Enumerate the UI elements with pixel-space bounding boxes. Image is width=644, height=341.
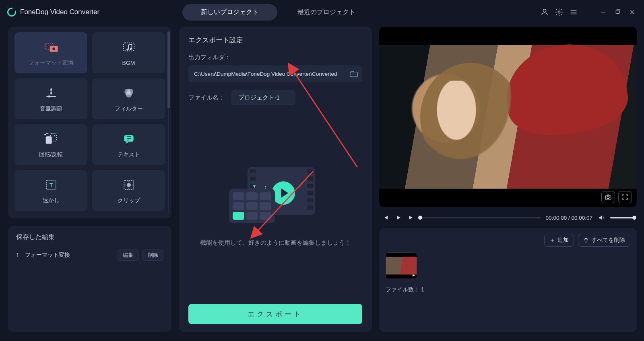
- export-panel: エクスポート設定 出力フォルダ： C:\Users\DumpMedia\Fone…: [179, 27, 372, 332]
- tool-filter[interactable]: フィルター: [92, 78, 165, 119]
- filter-icon: [121, 85, 137, 101]
- svg-point-5: [52, 48, 55, 50]
- svg-text:T: T: [49, 181, 53, 188]
- export-button[interactable]: エクスポート: [188, 304, 362, 324]
- tools-panel: フォーマット変換 BGM 音量調節 フィルター: [8, 27, 171, 218]
- playlist-item[interactable]: [386, 252, 417, 279]
- tab-new-project[interactable]: 新しいプロジェクト: [182, 4, 277, 21]
- settings-icon[interactable]: [555, 8, 564, 17]
- saved-edit-delete-button[interactable]: 削除: [142, 250, 163, 261]
- snapshot-button[interactable]: [601, 191, 615, 203]
- browse-folder-icon[interactable]: [349, 70, 358, 77]
- tool-label: 透かし: [43, 197, 60, 204]
- tools-scrollbar[interactable]: [167, 31, 170, 214]
- tool-clip[interactable]: クリップ: [92, 170, 165, 211]
- volume-icon: [43, 85, 59, 101]
- player-controls: 00:00:00 / 00:00:07: [379, 214, 637, 222]
- export-hint-text: 機能を使用して、好きのように動画を編集しましょう！: [200, 238, 351, 248]
- output-folder-label: 出力フォルダ：: [188, 54, 362, 61]
- saved-edit-row: 1. フォーマット変換 編集 削除: [16, 250, 163, 261]
- tool-label: フィルター: [115, 105, 143, 112]
- bgm-icon: [121, 40, 137, 56]
- menu-icon[interactable]: [569, 8, 578, 17]
- saved-edit-edit-button[interactable]: 編集: [118, 250, 138, 261]
- text-icon: [121, 131, 137, 147]
- playlist-panel: 追加 すべてを削除 ファイル数： 1: [379, 228, 637, 332]
- volume-slider[interactable]: [610, 217, 634, 218]
- tool-label: 音量調節: [40, 105, 62, 112]
- account-icon[interactable]: [540, 8, 549, 17]
- fullscreen-button[interactable]: [618, 191, 632, 203]
- tool-rotate-flip[interactable]: 回転/反転: [14, 124, 87, 165]
- seek-bar[interactable]: [420, 217, 541, 218]
- export-heading: エクスポート設定: [188, 35, 362, 45]
- clear-all-button[interactable]: すべてを削除: [578, 234, 630, 247]
- tool-volume[interactable]: 音量調節: [14, 78, 87, 119]
- play-button[interactable]: [394, 214, 402, 222]
- titlebar: FoneDog Video Converter 新しいプロジェクト 最近のプロジ…: [0, 0, 644, 24]
- rotate-icon: [43, 131, 59, 147]
- video-preview: [379, 27, 637, 207]
- svg-rect-9: [50, 92, 52, 95]
- svg-line-23: [293, 71, 357, 167]
- file-count: ファイル数： 1: [386, 286, 630, 293]
- tool-label: テキスト: [118, 151, 140, 158]
- app-title: FoneDog Video Converter: [20, 8, 99, 16]
- prev-button[interactable]: [382, 214, 390, 222]
- next-button[interactable]: [407, 214, 415, 222]
- saved-edit-index: 1.: [16, 252, 21, 258]
- filename-input[interactable]: プロジェクト-1: [231, 90, 295, 105]
- saved-edits-panel: 保存した編集 1. フォーマット変換 編集 削除: [8, 226, 171, 332]
- svg-point-13: [126, 91, 132, 98]
- tool-text[interactable]: テキスト: [92, 124, 165, 165]
- svg-point-0: [543, 9, 546, 12]
- tool-label: BGM: [122, 60, 135, 66]
- tab-recent-projects[interactable]: 最近のプロジェクト: [279, 4, 374, 21]
- window-maximize-button[interactable]: [613, 8, 622, 17]
- svg-point-21: [127, 183, 131, 187]
- svg-rect-22: [350, 72, 357, 77]
- output-folder-path: C:\Users\DumpMedia\FoneDog Video Convert…: [194, 71, 337, 77]
- app-logo-icon: [7, 8, 16, 17]
- time-display: 00:00:00 / 00:00:07: [546, 215, 592, 221]
- svg-point-26: [607, 196, 609, 199]
- tool-format-convert[interactable]: フォーマット変換: [14, 32, 87, 73]
- filename-label: ファイル名：: [188, 94, 225, 102]
- watermark-icon: T: [43, 177, 59, 193]
- window-minimize-button[interactable]: [599, 8, 608, 17]
- svg-point-1: [558, 11, 560, 13]
- project-tabs: 新しいプロジェクト 最近のプロジェクト: [182, 4, 374, 21]
- saved-edit-name: フォーマット変換: [25, 252, 114, 259]
- saved-edits-title: 保存した編集: [16, 233, 163, 241]
- tool-label: 回転/反転: [39, 151, 63, 158]
- svg-rect-14: [45, 136, 52, 143]
- annotation-arrow: [285, 67, 365, 173]
- svg-point-16: [54, 135, 55, 136]
- clip-icon: [121, 177, 137, 193]
- app-brand: FoneDog Video Converter: [7, 8, 99, 17]
- format-convert-icon: [43, 39, 59, 55]
- tool-watermark[interactable]: T 透かし: [14, 170, 87, 211]
- editor-illustration: [229, 167, 322, 227]
- svg-rect-2: [616, 10, 619, 13]
- tool-label: フォーマット変換: [29, 59, 74, 67]
- tool-bgm[interactable]: BGM: [92, 32, 165, 73]
- clip-thumbnail: [386, 252, 417, 279]
- volume-icon[interactable]: [597, 214, 605, 222]
- tool-label: クリップ: [118, 197, 140, 204]
- output-folder-field[interactable]: C:\Users\DumpMedia\FoneDog Video Convert…: [188, 65, 362, 82]
- svg-point-10: [48, 96, 50, 98]
- add-file-button[interactable]: 追加: [544, 234, 574, 247]
- window-close-button[interactable]: [628, 8, 637, 17]
